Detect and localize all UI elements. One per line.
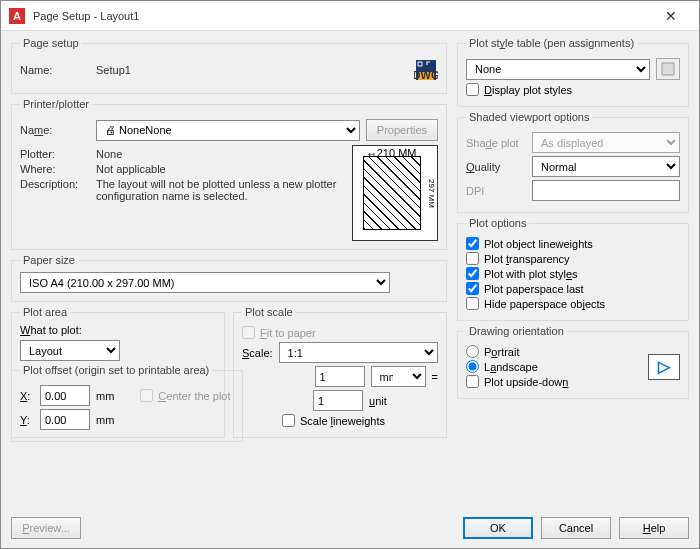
plotter-value: None [96, 148, 122, 160]
orientation-group: Drawing orientation Portrait Landscape P… [457, 325, 689, 399]
landscape-label: Landscape [484, 361, 538, 373]
scale-lineweights-checkbox[interactable] [282, 414, 295, 427]
svg-text:DWG: DWG [414, 69, 438, 81]
paper-preview: ↤ 210 MM ↦ 297 MM [352, 145, 438, 241]
where-value: Not applicable [96, 163, 166, 175]
page-setup-legend: Page setup [20, 37, 82, 49]
display-plot-styles-label: Display plot styles [484, 84, 572, 96]
help-button[interactable]: Help [619, 517, 689, 539]
x-offset-input[interactable] [40, 385, 90, 406]
what-to-plot-label: What to plot: [20, 324, 216, 336]
fit-to-paper-label: Fit to paper [260, 327, 316, 339]
preview-height-label: 297 MM [422, 156, 436, 230]
dpi-label: DPI [466, 185, 526, 197]
page-setup-name-label: Name: [20, 64, 90, 76]
scale-lineweights-label: Scale lineweights [300, 415, 385, 427]
edit-style-button [656, 58, 680, 80]
scale-select[interactable]: 1:1 [279, 342, 438, 363]
fit-to-paper-checkbox [242, 326, 255, 339]
shaded-viewport-group: Shaded viewport options Shade plotAs dis… [457, 111, 689, 213]
scale-numerator-input[interactable] [315, 366, 365, 387]
plot-with-styles-label: Plot with plot styles [484, 268, 578, 280]
y-offset-input[interactable] [40, 409, 90, 430]
unit-label: unit [369, 395, 424, 407]
portrait-radio[interactable] [466, 345, 479, 358]
center-plot-label: Center the plot [158, 390, 230, 402]
description-label: Description: [20, 178, 90, 190]
scale-unit-select[interactable]: mm [371, 366, 426, 387]
paper-size-select[interactable]: ISO A4 (210.00 x 297.00 MM) [20, 272, 390, 293]
printer-legend: Printer/plotter [20, 98, 92, 110]
center-plot-checkbox [140, 389, 153, 402]
orientation-icon: ▷ [648, 354, 680, 380]
footer: Preview... OK Cancel Help [1, 508, 699, 548]
content-area: Page setup Name: Setup1 DWG Printer/plot… [1, 31, 699, 508]
x-unit: mm [96, 390, 114, 402]
what-to-plot-select[interactable]: Layout [20, 340, 120, 361]
dwg-icon: DWG [414, 58, 438, 82]
ok-button[interactable]: OK [463, 517, 533, 539]
plot-with-styles-checkbox[interactable] [466, 267, 479, 280]
page-setup-dialog: A Page Setup - Layout1 ✕ Page setup Name… [0, 0, 700, 549]
y-unit: mm [96, 414, 114, 426]
plot-style-select[interactable]: None [466, 59, 650, 80]
page-setup-name-value: Setup1 [96, 64, 408, 76]
plot-transparency-label: Plot transparency [484, 253, 570, 265]
plot-offset-legend: Plot offset (origin set to printable are… [20, 364, 212, 376]
paper-size-group: Paper size ISO A4 (210.00 x 297.00 MM) [11, 254, 447, 302]
plot-options-group: Plot options Plot object lineweights Plo… [457, 217, 689, 321]
printer-name-label: Name: [20, 124, 90, 136]
where-label: Where: [20, 163, 90, 175]
description-value: The layout will not be plotted unless a … [96, 178, 344, 202]
close-button[interactable]: ✕ [651, 2, 691, 30]
upside-down-label: Plot upside-down [484, 376, 568, 388]
edit-icon [661, 62, 675, 76]
orientation-legend: Drawing orientation [466, 325, 567, 337]
plot-lineweights-label: Plot object lineweights [484, 238, 593, 250]
printer-name-select[interactable]: 🖨 NoneNone [96, 120, 360, 141]
plot-scale-legend: Plot scale [242, 306, 296, 318]
plot-area-legend: Plot area [20, 306, 70, 318]
display-plot-styles-checkbox[interactable] [466, 83, 479, 96]
quality-select[interactable]: Normal [532, 156, 680, 177]
plot-options-legend: Plot options [466, 217, 529, 229]
plot-transparency-checkbox[interactable] [466, 252, 479, 265]
plot-style-legend: Plot style table (pen assignments) [466, 37, 637, 49]
dpi-input [532, 180, 680, 201]
page-setup-group: Page setup Name: Setup1 DWG [11, 37, 447, 94]
x-label: X: [20, 390, 34, 402]
svg-rect-3 [662, 63, 674, 75]
plot-scale-group: Plot scale Fit to paper Scale:1:1 mm= un… [233, 306, 447, 438]
shaded-viewport-legend: Shaded viewport options [466, 111, 592, 123]
shade-plot-select: As displayed [532, 132, 680, 153]
plot-paperspace-checkbox[interactable] [466, 282, 479, 295]
paper-size-legend: Paper size [20, 254, 78, 266]
printer-group: Printer/plotter Name: 🖨 NoneNone Propert… [11, 98, 447, 250]
titlebar: A Page Setup - Layout1 ✕ [1, 1, 699, 31]
hide-paperspace-checkbox[interactable] [466, 297, 479, 310]
plotter-label: Plotter: [20, 148, 90, 160]
equals-label: = [432, 371, 438, 383]
portrait-label: Portrait [484, 346, 519, 358]
upside-down-checkbox[interactable] [466, 375, 479, 388]
window-title: Page Setup - Layout1 [33, 10, 651, 22]
y-label: Y: [20, 414, 34, 426]
plot-paperspace-label: Plot paperspace last [484, 283, 584, 295]
app-logo-icon: A [9, 8, 25, 24]
quality-label: Quality [466, 161, 526, 173]
plot-style-group: Plot style table (pen assignments) None … [457, 37, 689, 107]
scale-denominator-input[interactable] [313, 390, 363, 411]
cancel-button[interactable]: Cancel [541, 517, 611, 539]
landscape-radio[interactable] [466, 360, 479, 373]
preview-button[interactable]: Preview... [11, 517, 81, 539]
shade-plot-label: Shade plot [466, 137, 526, 149]
plot-offset-group: Plot offset (origin set to printable are… [11, 364, 243, 442]
properties-button[interactable]: Properties [366, 119, 438, 141]
plot-lineweights-checkbox[interactable] [466, 237, 479, 250]
hide-paperspace-label: Hide paperspace objects [484, 298, 605, 310]
scale-label: Scale: [242, 347, 273, 359]
